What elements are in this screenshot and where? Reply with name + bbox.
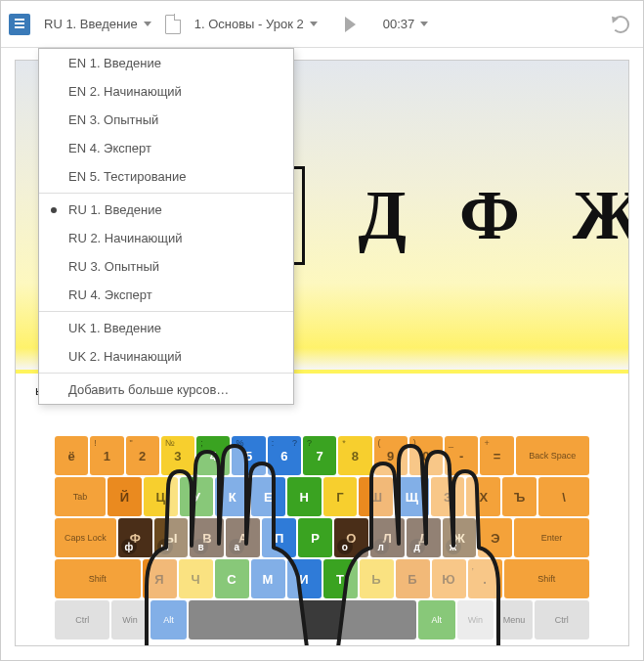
keyboard-row: ё!1"2№3;4%5:?6?7*8(9)0_-+=Back Space: [55, 436, 589, 475]
course-menu-item[interactable]: RU 2. Начинающий: [39, 224, 293, 252]
key[interactable]: Alt: [418, 600, 455, 639]
timer-value: 00:37: [383, 17, 415, 31]
key[interactable]: Вв: [190, 518, 224, 557]
key[interactable]: Win: [111, 600, 149, 639]
course-menu-item[interactable]: UK 2. Начинающий: [39, 342, 293, 371]
key[interactable]: !1: [90, 436, 123, 475]
key[interactable]: У: [180, 477, 214, 516]
toolbar: RU 1. Введение 1. Основы - Урок 2 00:37: [1, 1, 643, 48]
play-button[interactable]: [331, 11, 369, 38]
key[interactable]: Back Space: [516, 436, 589, 475]
key[interactable]: +=: [480, 436, 513, 475]
key[interactable]: Щ: [395, 477, 429, 516]
key[interactable]: ;4: [196, 436, 230, 475]
key[interactable]: Menu: [495, 600, 533, 639]
key[interactable]: %5: [232, 436, 265, 475]
key[interactable]: Е: [251, 477, 285, 516]
key[interactable]: Э: [478, 518, 512, 557]
chevron-down-icon: [420, 22, 428, 26]
key[interactable]: Tab: [55, 477, 106, 516]
key[interactable]: Ю: [432, 559, 466, 598]
key[interactable]: Т: [323, 559, 358, 598]
key[interactable]: *8: [338, 436, 371, 475]
key[interactable]: Ъ: [502, 477, 537, 516]
keyboard-row: Caps LockФфЫыВвАаПРОоЛлДдЖжЭEnter: [55, 518, 589, 557]
course-menu-item[interactable]: EN 1. Введение: [39, 49, 293, 77]
refresh-icon[interactable]: [612, 16, 629, 33]
key[interactable]: С: [215, 559, 249, 598]
key[interactable]: Г: [323, 477, 358, 516]
key[interactable]: М: [251, 559, 285, 598]
key[interactable]: Дд: [407, 518, 441, 557]
key[interactable]: Ц: [144, 477, 178, 516]
practice-letter: Ф: [459, 175, 520, 256]
course-menu-item[interactable]: RU 3. Опытный: [39, 252, 293, 281]
key[interactable]: Shift: [504, 559, 590, 598]
key[interactable]: (9: [374, 436, 408, 475]
menu-separator: [39, 193, 293, 194]
keyboard-row: CtrlWinAltAltWinMenuCtrl: [55, 600, 589, 639]
key[interactable]: [189, 600, 416, 639]
key[interactable]: К: [215, 477, 249, 516]
chevron-down-icon: [144, 22, 151, 26]
course-menu-item[interactable]: EN 4. Эксперт: [39, 134, 293, 162]
menu-separator: [39, 373, 293, 374]
key[interactable]: Ш: [359, 477, 393, 516]
course-menu-item[interactable]: RU 4. Эксперт: [39, 281, 293, 309]
course-icon: [9, 14, 30, 35]
course-menu-item[interactable]: EN 3. Опытный: [39, 106, 293, 134]
key[interactable]: Caps Lock: [55, 518, 116, 557]
key[interactable]: Ч: [179, 559, 213, 598]
virtual-keyboard: ё!1"2№3;4%5:?6?7*8(9)0_-+=Back SpaceTabЙ…: [55, 436, 589, 639]
course-label: RU 1. Введение: [44, 17, 138, 31]
practice-letter: Ж: [573, 175, 629, 256]
keyboard-row: TabЙЦУКЕНГШЩЗХЪ\: [55, 477, 589, 516]
keyboard-row: ShiftЯЧСМИТЬБЮ,.Shift: [55, 559, 589, 598]
practice-letter: Д: [358, 175, 407, 256]
key[interactable]: П: [262, 518, 296, 557]
course-dropdown-menu: EN 1. ВведениеEN 2. НачинающийEN 3. Опыт…: [38, 48, 294, 405]
key[interactable]: :?6: [268, 436, 301, 475]
key[interactable]: "2: [126, 436, 159, 475]
key[interactable]: )0: [409, 436, 443, 475]
key[interactable]: И: [287, 559, 322, 598]
key[interactable]: ?7: [303, 436, 336, 475]
key[interactable]: Аа: [226, 518, 260, 557]
key[interactable]: Alt: [150, 600, 188, 639]
chevron-down-icon: [310, 22, 318, 26]
key[interactable]: З: [431, 477, 465, 516]
key[interactable]: №3: [161, 436, 194, 475]
key[interactable]: ё: [55, 436, 88, 475]
key[interactable]: Enter: [514, 518, 589, 557]
key[interactable]: Жж: [443, 518, 477, 557]
course-menu-item[interactable]: EN 2. Начинающий: [39, 77, 293, 106]
key[interactable]: Н: [287, 477, 322, 516]
menu-separator: [39, 311, 293, 312]
key[interactable]: ,.: [468, 559, 502, 598]
key[interactable]: Х: [466, 477, 500, 516]
key[interactable]: Лл: [370, 518, 405, 557]
lesson-label: 1. Основы - Урок 2: [194, 17, 304, 31]
course-menu-item[interactable]: RU 1. Введение: [39, 196, 293, 224]
key[interactable]: Ь: [360, 559, 394, 598]
key[interactable]: Shift: [55, 559, 141, 598]
course-menu-item[interactable]: EN 5. Тестирование: [39, 162, 293, 191]
course-dropdown-button[interactable]: RU 1. Введение: [36, 11, 159, 37]
key[interactable]: \: [538, 477, 589, 516]
timer-dropdown-button[interactable]: 00:37: [375, 11, 437, 37]
key[interactable]: Оо: [334, 518, 368, 557]
course-menu-item[interactable]: UK 1. Введение: [39, 314, 293, 342]
lesson-dropdown-button[interactable]: 1. Основы - Урок 2: [187, 11, 325, 37]
key[interactable]: Win: [457, 600, 494, 639]
key[interactable]: Ыы: [154, 518, 189, 557]
key[interactable]: Б: [396, 559, 430, 598]
key[interactable]: Ctrl: [55, 600, 109, 639]
key[interactable]: Й: [107, 477, 142, 516]
key[interactable]: _-: [445, 436, 478, 475]
course-menu-item[interactable]: Добавить больше курсов…: [39, 375, 293, 404]
key[interactable]: Я: [143, 559, 177, 598]
document-icon: [165, 15, 181, 34]
key[interactable]: Ctrl: [535, 600, 589, 639]
key[interactable]: Р: [298, 518, 332, 557]
key[interactable]: Фф: [118, 518, 152, 557]
